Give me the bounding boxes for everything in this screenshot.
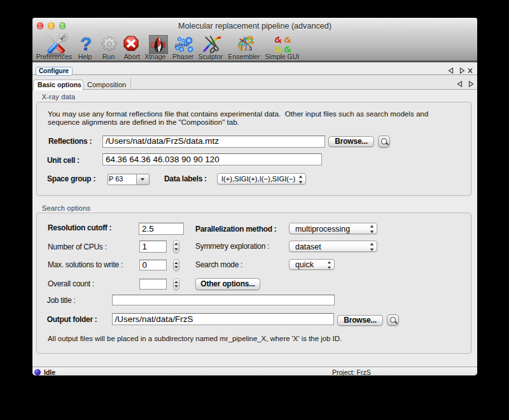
- svg-text:phaser: phaser: [174, 43, 190, 48]
- svg-text:?: ?: [80, 36, 92, 53]
